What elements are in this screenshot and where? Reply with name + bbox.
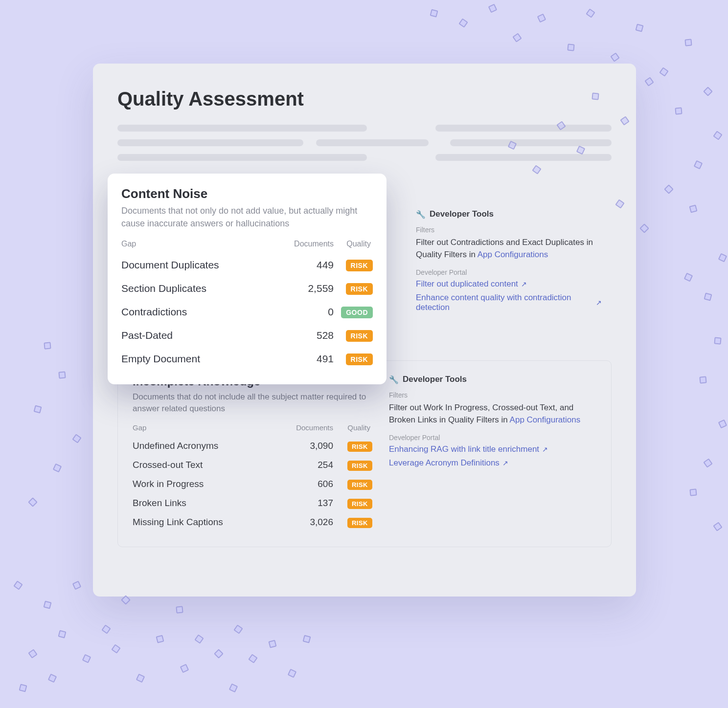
table-row: Undefined Acronyms3,090RISK bbox=[133, 437, 372, 456]
confetti-icon bbox=[13, 580, 23, 590]
documents-cell: 606 bbox=[270, 479, 333, 489]
confetti-icon bbox=[72, 581, 82, 590]
table-row: Missing Link Captions3,026RISK bbox=[133, 513, 372, 532]
table-row: Empty Document491RISK bbox=[121, 347, 373, 371]
confetti-icon bbox=[180, 664, 189, 673]
confetti-icon bbox=[101, 624, 111, 634]
table-row: Work in Progress606RISK bbox=[133, 475, 372, 494]
confetti-icon bbox=[714, 337, 721, 344]
confetti-icon bbox=[58, 371, 66, 378]
filters-text: Filter out Work In Progress, Crossed-out… bbox=[389, 402, 596, 426]
section-title: Content Noise bbox=[121, 186, 373, 201]
table-row: Past-Dated528RISK bbox=[121, 324, 373, 347]
confetti-icon bbox=[53, 464, 62, 473]
gap-cell: Document Duplicates bbox=[121, 259, 270, 271]
confetti-icon bbox=[694, 160, 703, 170]
confetti-icon bbox=[430, 9, 438, 17]
table-header: Gap Documents Quality bbox=[121, 240, 373, 248]
confetti-icon bbox=[229, 684, 238, 693]
quality-badge: RISK bbox=[346, 330, 373, 342]
documents-cell: 137 bbox=[270, 498, 333, 509]
filters-text: Filter out Contradictions and Exact Dupl… bbox=[416, 237, 602, 261]
confetti-icon bbox=[214, 649, 224, 659]
quality-badge: GOOD bbox=[341, 307, 373, 318]
confetti-icon bbox=[644, 77, 654, 86]
content-noise-card: Content Noise Documents that not only do… bbox=[108, 174, 387, 384]
confetti-icon bbox=[639, 223, 649, 233]
developer-tools-heading: 🔧 Developer Tools bbox=[389, 375, 596, 384]
gap-cell: Contradictions bbox=[121, 306, 270, 318]
quality-badge: RISK bbox=[347, 518, 372, 528]
filters-label: Filters bbox=[389, 391, 596, 399]
confetti-icon bbox=[488, 4, 498, 13]
wrench-icon: 🔧 bbox=[416, 210, 426, 219]
confetti-icon bbox=[19, 684, 27, 692]
confetti-icon bbox=[302, 635, 311, 643]
confetti-icon bbox=[718, 253, 728, 263]
confetti-icon bbox=[592, 92, 599, 100]
confetti-icon bbox=[28, 497, 38, 507]
col-quality: Quality bbox=[334, 240, 373, 248]
gap-cell: Missing Link Captions bbox=[133, 517, 270, 528]
developer-tools-label: Developer Tools bbox=[403, 375, 467, 384]
developer-portal-link[interactable]: Leverage Acronym Definitions↗ bbox=[389, 458, 508, 468]
confetti-icon bbox=[689, 488, 697, 496]
confetti-icon bbox=[684, 273, 693, 282]
documents-cell: 3,090 bbox=[270, 441, 333, 451]
col-documents: Documents bbox=[270, 423, 333, 432]
confetti-icon bbox=[194, 634, 204, 643]
content-noise-dev-tools: 🔧 Developer Tools Filters Filter out Con… bbox=[401, 196, 616, 330]
developer-portal-link[interactable]: Enhance content quality with contradicti… bbox=[416, 293, 602, 312]
table-row: Document Duplicates449RISK bbox=[121, 253, 373, 277]
developer-portal-label: Developer Portal bbox=[416, 268, 602, 276]
external-link-icon: ↗ bbox=[596, 299, 602, 307]
page-title: Quality Assessment bbox=[117, 88, 612, 110]
confetti-icon bbox=[664, 184, 674, 194]
confetti-icon bbox=[684, 39, 692, 46]
quality-cell: RISK bbox=[333, 517, 372, 528]
quality-badge: RISK bbox=[347, 461, 372, 471]
external-link-icon: ↗ bbox=[502, 459, 508, 467]
documents-cell: 528 bbox=[270, 330, 334, 341]
col-quality: Quality bbox=[333, 423, 372, 432]
confetti-icon bbox=[43, 600, 51, 609]
quality-cell: GOOD bbox=[334, 306, 373, 318]
section-subtitle: Documents that not only do not add value… bbox=[121, 204, 373, 230]
quality-cell: RISK bbox=[334, 282, 373, 295]
confetti-icon bbox=[704, 292, 712, 301]
developer-portal-link[interactable]: Filter out duplicated content↗ bbox=[416, 279, 527, 289]
confetti-icon bbox=[48, 674, 57, 683]
table-row: Crossed-out Text254RISK bbox=[133, 456, 372, 475]
confetti-icon bbox=[82, 654, 91, 664]
gap-cell: Undefined Acronyms bbox=[133, 441, 270, 451]
section-subtitle: Documents that do not include all the su… bbox=[133, 391, 372, 415]
confetti-icon bbox=[713, 131, 722, 140]
quality-badge: RISK bbox=[347, 499, 372, 509]
incomplete-knowledge-card: Incomplete Knowledge Documents that do n… bbox=[117, 360, 612, 547]
confetti-icon bbox=[248, 654, 257, 663]
confetti-icon bbox=[72, 434, 81, 443]
documents-cell: 491 bbox=[270, 353, 334, 365]
confetti-icon bbox=[268, 640, 276, 648]
documents-cell: 0 bbox=[270, 306, 334, 318]
quality-cell: RISK bbox=[334, 353, 373, 365]
external-link-icon: ↗ bbox=[542, 445, 548, 453]
col-gap: Gap bbox=[121, 240, 270, 248]
col-documents: Documents bbox=[270, 240, 334, 248]
table-header: Gap Documents Quality bbox=[133, 423, 372, 432]
quality-badge: RISK bbox=[346, 354, 373, 365]
app-configurations-link[interactable]: App Configurations bbox=[510, 415, 581, 424]
quality-badge: RISK bbox=[347, 442, 372, 452]
wrench-icon: 🔧 bbox=[389, 375, 399, 384]
developer-portal-link[interactable]: Enhancing RAG with link title enrichment… bbox=[389, 444, 548, 454]
table-row: Section Duplicates2,559RISK bbox=[121, 277, 373, 300]
app-configurations-link[interactable]: App Configurations bbox=[478, 250, 548, 259]
quality-badge: RISK bbox=[346, 283, 373, 295]
quality-cell: RISK bbox=[333, 441, 372, 452]
gap-cell: Past-Dated bbox=[121, 330, 270, 341]
confetti-icon bbox=[699, 376, 706, 383]
skeleton-row bbox=[117, 125, 612, 132]
gap-cell: Broken Links bbox=[133, 498, 270, 509]
gap-cell: Section Duplicates bbox=[121, 283, 270, 294]
confetti-icon bbox=[610, 52, 619, 62]
